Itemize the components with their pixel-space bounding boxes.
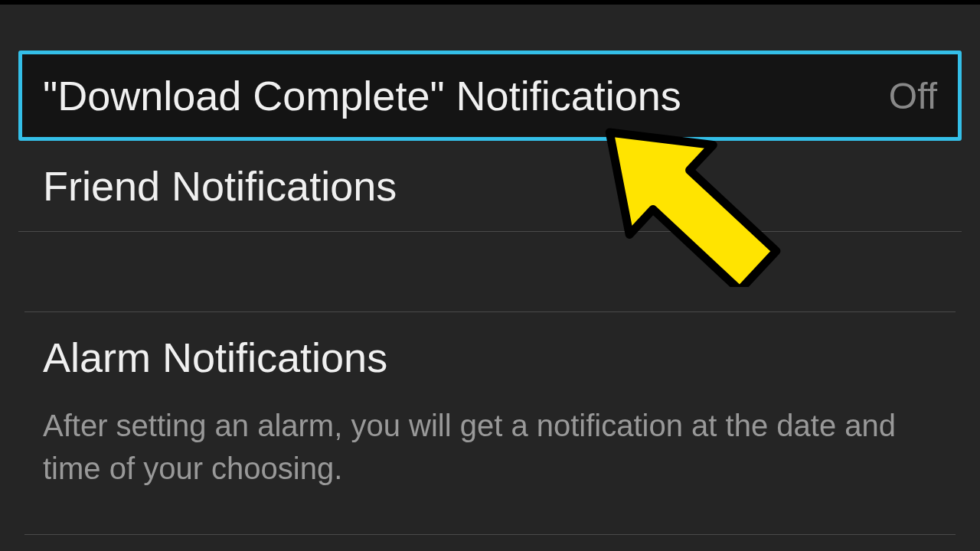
setting-download-complete-notifications[interactable]: "Download Complete" Notifications Off [18,51,962,141]
section-heading: Alarm Notifications [43,334,937,381]
setting-label: "Download Complete" Notifications [43,72,681,119]
setting-value: Off [889,75,937,117]
alarm-notifications-section: Alarm Notifications After setting an ala… [18,312,962,511]
section-divider [24,232,956,312]
setting-label: Friend Notifications [43,162,397,210]
section-divider [24,534,956,535]
section-description: After setting an alarm, you will get a n… [43,404,937,490]
settings-content: "Download Complete" Notifications Off Fr… [0,5,980,535]
setting-friend-notifications[interactable]: Friend Notifications [18,141,962,232]
